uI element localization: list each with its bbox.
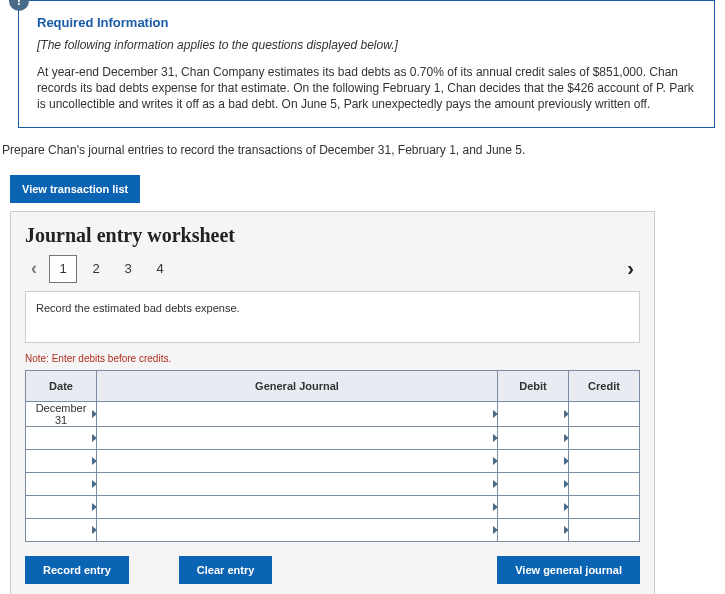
- credit-cell[interactable]: [569, 426, 640, 449]
- header-debit: Debit: [498, 370, 569, 401]
- general-journal-cell[interactable]: [97, 472, 498, 495]
- required-info-subtitle: [The following information applies to th…: [37, 38, 696, 52]
- tab-2[interactable]: 2: [83, 256, 109, 282]
- credit-cell[interactable]: [569, 495, 640, 518]
- header-general-journal: General Journal: [97, 370, 498, 401]
- general-journal-cell[interactable]: [97, 449, 498, 472]
- table-row: [26, 518, 640, 541]
- debit-cell[interactable]: [498, 518, 569, 541]
- tab-1[interactable]: 1: [49, 255, 77, 283]
- debit-cell[interactable]: [498, 426, 569, 449]
- general-journal-cell[interactable]: [97, 426, 498, 449]
- journal-entry-table: Date General Journal Debit Credit Decemb…: [25, 370, 640, 542]
- table-row: [26, 495, 640, 518]
- credit-cell[interactable]: [569, 449, 640, 472]
- entry-instruction: Record the estimated bad debts expense.: [25, 291, 640, 343]
- view-general-journal-button[interactable]: View general journal: [497, 556, 640, 584]
- worksheet-title: Journal entry worksheet: [25, 224, 640, 247]
- clear-entry-button[interactable]: Clear entry: [179, 556, 272, 584]
- date-cell[interactable]: [26, 518, 97, 541]
- journal-entry-worksheet: Journal entry worksheet ‹ 1 2 3 4 › Reco…: [10, 211, 655, 594]
- required-info-title: Required Information: [37, 15, 696, 30]
- chevron-right-icon[interactable]: ›: [621, 257, 640, 280]
- debit-cell[interactable]: [498, 449, 569, 472]
- view-transaction-list-button[interactable]: View transaction list: [10, 175, 140, 203]
- debit-cell[interactable]: [498, 495, 569, 518]
- table-row: [26, 472, 640, 495]
- general-journal-cell[interactable]: [97, 495, 498, 518]
- date-cell[interactable]: December31: [26, 401, 97, 426]
- header-date: Date: [26, 370, 97, 401]
- table-row: [26, 426, 640, 449]
- chevron-left-icon[interactable]: ‹: [25, 258, 43, 279]
- date-cell[interactable]: [26, 472, 97, 495]
- date-cell[interactable]: [26, 449, 97, 472]
- question-prompt: Prepare Chan's journal entries to record…: [2, 143, 725, 157]
- credit-cell[interactable]: [569, 472, 640, 495]
- tab-3[interactable]: 3: [115, 256, 141, 282]
- required-info-body: At year-end December 31, Chan Company es…: [37, 64, 696, 113]
- button-row: Record entry Clear entry View general jo…: [25, 556, 640, 584]
- date-cell[interactable]: [26, 495, 97, 518]
- debit-cell[interactable]: [498, 401, 569, 426]
- debit-cell[interactable]: [498, 472, 569, 495]
- alert-icon: !: [9, 0, 29, 11]
- table-row: December31: [26, 401, 640, 426]
- record-entry-button[interactable]: Record entry: [25, 556, 129, 584]
- header-credit: Credit: [569, 370, 640, 401]
- credit-cell[interactable]: [569, 401, 640, 426]
- table-row: [26, 449, 640, 472]
- date-cell[interactable]: [26, 426, 97, 449]
- tab-4[interactable]: 4: [147, 256, 173, 282]
- credit-cell[interactable]: [569, 518, 640, 541]
- required-info-box: ! Required Information [The following in…: [18, 0, 715, 128]
- note-text: Note: Enter debits before credits.: [25, 353, 640, 364]
- general-journal-cell[interactable]: [97, 401, 498, 426]
- general-journal-cell[interactable]: [97, 518, 498, 541]
- tab-row: ‹ 1 2 3 4 ›: [25, 255, 640, 283]
